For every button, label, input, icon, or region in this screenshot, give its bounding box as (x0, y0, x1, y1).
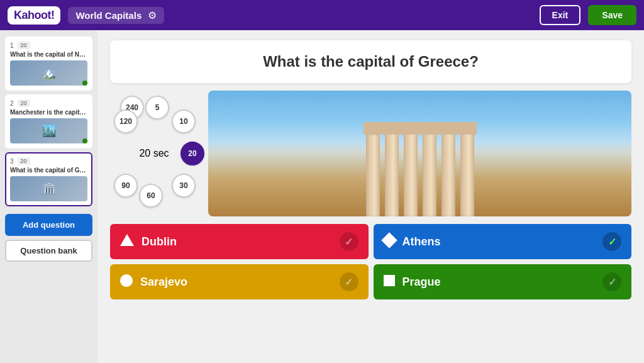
add-question-button[interactable]: Add question (5, 214, 92, 236)
answer-label-athens: Athens (402, 235, 596, 249)
middle-section: 5 10 240 120 90 60 30 20 sec 20 (110, 91, 631, 216)
time-option-20-selected[interactable]: 20 (180, 142, 204, 165)
question-thumbnail-3: 🏛️ (10, 176, 87, 201)
answer-label-prague: Prague (402, 276, 596, 289)
answer-prague[interactable]: Prague ✓ (374, 264, 632, 299)
question-number-3: 3 (10, 158, 14, 165)
quiz-title: World Capitals (75, 10, 142, 21)
question-number-2: 2 (10, 100, 14, 107)
exit-button[interactable]: Exit (540, 5, 581, 25)
sec-label: sec (153, 148, 169, 159)
check-icon-sarajevo: ✓ (340, 272, 358, 291)
timer-value: 20 (139, 148, 150, 159)
time-badge-1: 20 (18, 42, 30, 49)
time-option-90[interactable]: 90 (114, 174, 138, 198)
question-text-2: Manchester is the capital of the ... (10, 109, 87, 116)
time-badge-2: 20 (18, 99, 30, 107)
time-option-30[interactable]: 30 (172, 174, 196, 198)
check-icon-athens: ✓ (602, 232, 621, 251)
time-option-120[interactable]: 120 (114, 109, 138, 133)
parthenon-image (208, 91, 631, 216)
content-area: What is the capital of Greece? 5 10 240 … (97, 30, 644, 363)
question-text-3: What is the capital of Greece? (10, 167, 87, 174)
main-layout: 1 20 What is the capital of Norway? 🏔️ 2… (0, 30, 644, 363)
timer-center: 20 sec (139, 148, 169, 159)
sidebar: 1 20 What is the capital of Norway? 🏔️ 2… (0, 30, 97, 363)
question-thumbnail-2: 🏙️ (10, 118, 87, 143)
question-text: What is the capital of Greece? (123, 53, 619, 70)
sidebar-question-1[interactable]: 1 20 What is the capital of Norway? 🏔️ (5, 36, 92, 91)
title-area: World Capitals ⚙ (68, 7, 164, 24)
circle-icon (120, 274, 133, 290)
check-icon-dublin: ✓ (340, 232, 358, 251)
answer-label-dublin: Dublin (142, 235, 332, 249)
question-box: What is the capital of Greece? (110, 40, 631, 83)
answer-athens[interactable]: Athens ✓ (374, 224, 632, 259)
gear-icon[interactable]: ⚙ (148, 9, 157, 21)
sidebar-question-3[interactable]: 3 20 What is the capital of Greece? 🏛️ (5, 152, 92, 206)
active-dot-1 (82, 81, 87, 86)
timer-area: 5 10 240 120 90 60 30 20 sec 20 (110, 91, 198, 216)
time-option-60[interactable]: 60 (139, 184, 163, 208)
question-thumbnail-1: 🏔️ (10, 60, 87, 86)
answers-grid: Dublin ✓ Athens ✓ Sarajevo ✓ (110, 224, 631, 299)
question-text-1: What is the capital of Norway? (10, 51, 87, 58)
answer-sarajevo[interactable]: Sarajevo ✓ (110, 264, 369, 299)
question-number-1: 1 (10, 42, 14, 49)
answer-label-sarajevo: Sarajevo (140, 276, 332, 289)
time-badge-3: 20 (18, 157, 30, 165)
app-header: Kahoot! World Capitals ⚙ Exit Save (0, 0, 644, 30)
answer-dublin[interactable]: Dublin ✓ (110, 224, 369, 259)
diamond-icon (384, 235, 395, 249)
save-button[interactable]: Save (588, 5, 636, 25)
time-option-10[interactable]: 10 (172, 109, 196, 133)
check-icon-prague: ✓ (602, 272, 621, 291)
sidebar-question-2[interactable]: 2 20 Manchester is the capital of the ..… (5, 94, 92, 148)
question-bank-button[interactable]: Question bank (5, 240, 92, 262)
active-dot-2 (82, 138, 87, 143)
square-icon (384, 275, 395, 289)
time-option-5[interactable]: 5 (145, 96, 169, 120)
image-area: ℹ ✎ Remove (208, 91, 631, 216)
kahoot-logo: Kahoot! (8, 6, 60, 25)
triangle-icon (120, 234, 134, 249)
